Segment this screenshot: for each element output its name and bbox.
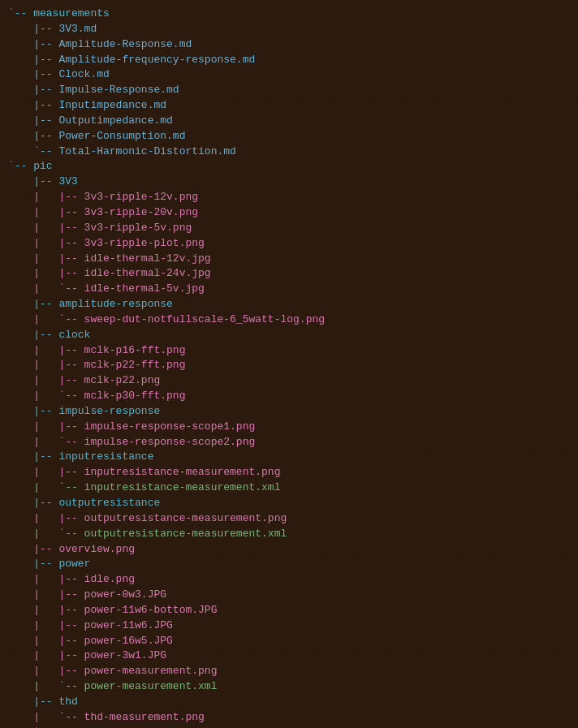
tree-line: | |-- inputresistance-measurement.png (8, 465, 570, 480)
tree-line: |-- amplitude-response (8, 297, 570, 312)
tree-line: | |-- 3v3-ripple-5v.png (8, 221, 570, 236)
tree-line: |-- outputresistance (8, 496, 570, 511)
tree-line: | |-- power-3w1.JPG (8, 648, 570, 664)
tree-line: `-- tree.png (8, 726, 570, 728)
tree-line: |-- overview.png (8, 542, 570, 558)
tree-line: |-- inputresistance (8, 450, 570, 465)
tree-line: | |-- idle-thermal-24v.jpg (8, 266, 570, 282)
tree-line: |-- clock (8, 328, 570, 343)
tree-line: | `-- outputresistance-measurement.xml (8, 527, 570, 542)
tree-line: |-- Inputimpedance.md (8, 98, 570, 114)
tree-line: |-- Amplitude-Response.md (8, 37, 570, 53)
tree-line: | |-- mclk-p22-fft.png (8, 358, 570, 373)
tree-line: |-- thd (8, 695, 570, 710)
tree-line: | |-- power-11w6.JPG (8, 618, 570, 634)
tree-line: | `-- mclk-p30-fft.png (8, 389, 570, 404)
tree-line: |-- impulse-response (8, 404, 570, 420)
tree-line: | |-- mclk-p22.png (8, 373, 570, 389)
tree-line: | `-- thd-measurement.png (8, 710, 570, 726)
tree-line: | `-- idle-thermal-5v.jpg (8, 282, 570, 297)
tree-line: |-- Impulse-Response.md (8, 83, 570, 98)
tree-line: | |-- 3v3-ripple-plot.png (8, 236, 570, 252)
tree-line: `-- pic (8, 159, 570, 174)
tree-line: | |-- power-0w3.JPG (8, 588, 570, 603)
tree-line: | |-- outputresistance-measurement.png (8, 511, 570, 527)
tree-view: `-- measurements |-- 3V3.md |-- Amplitud… (8, 6, 570, 728)
tree-line: |-- Power-Consumption.md (8, 129, 570, 144)
tree-line: | |-- impulse-response-scope1.png (8, 420, 570, 435)
tree-line: `-- measurements (8, 6, 570, 22)
tree-line: | |-- power-11w6-bottom.JPG (8, 603, 570, 618)
tree-line: | |-- 3v3-ripple-20v.png (8, 205, 570, 221)
tree-line: | |-- power-16w5.JPG (8, 634, 570, 649)
tree-line: | |-- 3v3-ripple-12v.png (8, 190, 570, 205)
tree-line: |-- Outputimpedance.md (8, 114, 570, 129)
tree-line: | `-- impulse-response-scope2.png (8, 435, 570, 450)
tree-line: | |-- idle-thermal-12v.jpg (8, 252, 570, 267)
tree-line: | |-- mclk-p16-fft.png (8, 343, 570, 359)
tree-line: `-- Total-Harmonic-Distortion.md (8, 144, 570, 160)
tree-line: |-- 3V3 (8, 174, 570, 190)
tree-line: | `-- sweep-dut-notfullscale-6_5watt-log… (8, 312, 570, 328)
tree-line: |-- power (8, 557, 570, 572)
tree-line: |-- Amplitude-frequency-response.md (8, 53, 570, 68)
tree-line: | `-- inputresistance-measurement.xml (8, 480, 570, 496)
tree-line: | |-- idle.png (8, 572, 570, 588)
tree-line: | `-- power-measurement.xml (8, 679, 570, 695)
tree-line: |-- 3V3.md (8, 22, 570, 37)
tree-line: |-- Clock.md (8, 67, 570, 83)
tree-line: | |-- power-measurement.png (8, 664, 570, 679)
